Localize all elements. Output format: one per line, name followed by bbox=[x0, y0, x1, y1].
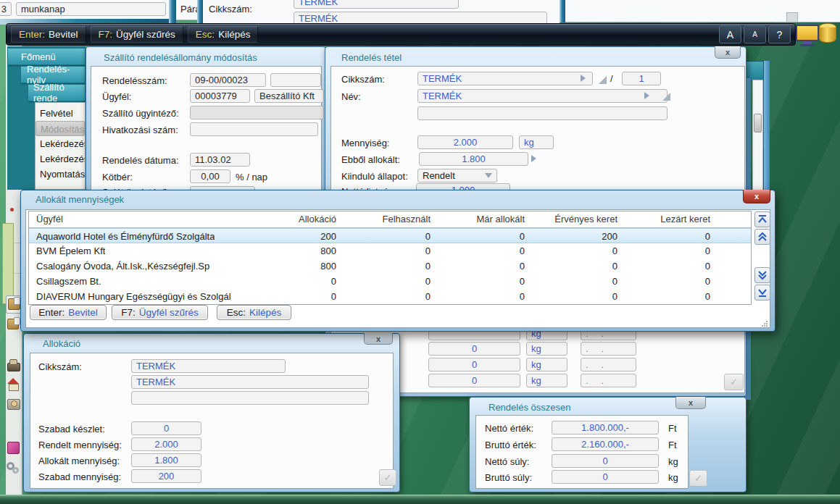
close-icon[interactable]: x bbox=[364, 333, 393, 345]
menu-item-modositas[interactable]: Módosítás bbox=[36, 121, 85, 136]
background-number-field[interactable]: 3 bbox=[0, 2, 12, 16]
gross-weight-field[interactable]: 0 bbox=[552, 470, 659, 484]
order-date-field[interactable]: 11.03.02 bbox=[190, 153, 250, 167]
order-number-extra-field[interactable] bbox=[270, 73, 321, 87]
scroll-top-button[interactable] bbox=[754, 211, 770, 227]
menu-item-felvetel[interactable]: Felvétel bbox=[36, 106, 85, 121]
munkanap-field[interactable]: munkanap bbox=[16, 2, 166, 16]
double-chevron-up-icon bbox=[757, 231, 768, 243]
scroll-bottom-button[interactable] bbox=[754, 285, 770, 301]
table-row[interactable]: Csalogány Óvoda, Ált.Isk.,Készségfejl.Sp… bbox=[29, 259, 751, 274]
cikkszam-name-field[interactable]: TERMÉK bbox=[294, 12, 547, 24]
item-code-field[interactable]: TERMÉK bbox=[417, 72, 593, 85]
sidebar-item-szallito-rende[interactable]: Szállító rende bbox=[28, 84, 86, 101]
hotkey-f7[interactable]: F7: Ügyfél szűrés bbox=[91, 26, 183, 43]
font-increase-button[interactable]: A bbox=[719, 25, 741, 43]
resize-grip[interactable] bbox=[762, 321, 769, 328]
table-row[interactable]: Aquaworld Hotel és Élményfürdő Szolgálta… bbox=[29, 228, 751, 243]
amount-field[interactable]: 0 bbox=[428, 358, 520, 371]
item-name2-field[interactable] bbox=[131, 391, 369, 405]
unit-field[interactable]: kg bbox=[526, 358, 567, 371]
client-cell: Csillagszem Bt. bbox=[36, 274, 101, 289]
database-icon[interactable] bbox=[819, 23, 836, 43]
date-field[interactable]: . . bbox=[581, 374, 636, 387]
close-icon[interactable]: x bbox=[675, 397, 706, 409]
window-edge bbox=[560, 0, 565, 22]
close-icon[interactable]: x bbox=[715, 46, 741, 59]
amount-field[interactable]: 0 bbox=[428, 342, 520, 356]
double-chevron-down-icon bbox=[757, 269, 768, 281]
allocated-field[interactable]: 1.800 bbox=[419, 152, 528, 166]
customer-name-field[interactable]: Beszállító Kft bbox=[254, 89, 324, 103]
allocation-window: Allokáció x Cikkszám: TERMÉK TERMÉK Szab… bbox=[23, 333, 400, 492]
confirm-check-button[interactable]: ✓ bbox=[724, 374, 744, 390]
resize-corner-icon[interactable] bbox=[662, 93, 670, 101]
customer-code-field[interactable]: 00003779 bbox=[190, 89, 250, 103]
date-field[interactable]: . . bbox=[581, 358, 636, 371]
item-index-field[interactable]: 1 bbox=[622, 72, 661, 85]
menu-item-lekerdezes-2[interactable]: Lekérdezés bbox=[36, 151, 85, 167]
enter-button[interactable]: Enter: Bevitel bbox=[30, 305, 107, 320]
table-row[interactable]: Csillagszem Bt. 0 0 0 0 0 bbox=[29, 274, 751, 289]
weight-unit: kg bbox=[668, 456, 678, 467]
monitor-icon[interactable] bbox=[796, 25, 819, 46]
cell: 0 bbox=[551, 274, 617, 289]
font-decrease-button[interactable]: A bbox=[744, 25, 766, 43]
penalty-field[interactable]: 0,00 bbox=[190, 169, 230, 183]
amount-field[interactable]: 0 bbox=[428, 374, 520, 387]
menu-item-lekerdezes-1[interactable]: Lekérdezés bbox=[36, 136, 85, 151]
package-icon[interactable] bbox=[7, 317, 20, 330]
free-stock-field[interactable]: 0 bbox=[131, 421, 201, 435]
hotkey-enter[interactable]: Enter: Bevitel bbox=[11, 26, 86, 43]
help-button[interactable]: ? bbox=[768, 25, 791, 43]
item-name-field[interactable]: TERMÉK bbox=[131, 375, 369, 389]
cell: 0 bbox=[458, 289, 525, 304]
page-down-button[interactable] bbox=[754, 267, 770, 283]
resize-corner-icon[interactable] bbox=[599, 76, 607, 84]
hotkey-esc[interactable]: Esc: Kilépés bbox=[188, 26, 259, 43]
date-field[interactable]: . . bbox=[581, 342, 636, 356]
quantity-field[interactable]: 2.000 bbox=[417, 135, 513, 149]
table-row[interactable]: DIAVERUM Hungary Egészségügyi és Szolgál… bbox=[29, 289, 751, 304]
quantity-unit-field[interactable]: kg bbox=[519, 135, 554, 149]
sidebar-item-label: Főmenü bbox=[8, 51, 56, 62]
register-icon[interactable] bbox=[7, 359, 20, 371]
home-icon[interactable] bbox=[7, 378, 20, 390]
unit-field[interactable]: kg bbox=[526, 342, 567, 356]
table-row[interactable]: BVM Épelem Kft 800 0 0 0 0 bbox=[29, 243, 751, 259]
gears-icon[interactable] bbox=[7, 462, 19, 474]
sidebar-item-fomenu[interactable]: Főmenü bbox=[7, 48, 86, 65]
cikkszam-field[interactable]: TERMÉK bbox=[294, 0, 459, 9]
expand-arrow-icon[interactable] bbox=[581, 75, 586, 82]
close-icon[interactable]: x bbox=[743, 190, 770, 203]
free-stock-label: Szabad készlet: bbox=[38, 424, 105, 434]
ordered-qty-field[interactable]: 2.000 bbox=[131, 437, 201, 451]
net-weight-field[interactable]: 0 bbox=[552, 454, 659, 468]
background-window-para: Pára bbox=[176, 0, 197, 20]
page-up-button[interactable] bbox=[754, 229, 770, 245]
scrollbar-thumb[interactable] bbox=[754, 114, 762, 133]
scrollbar[interactable] bbox=[752, 80, 763, 191]
background-window-left: 3 munkanap bbox=[0, 0, 169, 20]
cube-icon[interactable] bbox=[7, 442, 20, 454]
item-code-field[interactable]: TERMÉK bbox=[131, 359, 286, 373]
cell: 0 bbox=[644, 289, 710, 304]
item-name-field[interactable]: TERMÉK bbox=[417, 89, 668, 103]
expand-arrow-icon[interactable] bbox=[531, 155, 536, 162]
order-number-field[interactable]: 09-00/00023 bbox=[190, 73, 266, 87]
expand-arrow-icon[interactable] bbox=[644, 92, 649, 99]
confirm-check-button[interactable]: ✓ bbox=[689, 470, 707, 487]
sidebar-item-rendeles-nyilv[interactable]: Rendelés-nyilv bbox=[20, 66, 86, 83]
gross-value-field[interactable]: 2.160.000,- bbox=[552, 437, 659, 451]
esc-button[interactable]: Esc: Kilépés bbox=[217, 305, 291, 320]
net-value-field[interactable]: 1.800.000,- bbox=[552, 421, 659, 434]
allocated-qty-field[interactable]: 1.800 bbox=[131, 453, 201, 467]
user-box-icon[interactable] bbox=[7, 397, 20, 409]
confirm-check-button[interactable]: ✓ bbox=[379, 469, 396, 486]
f7-filter-button[interactable]: F7: Ügyfél szűrés bbox=[112, 305, 208, 320]
unit-field[interactable]: kg bbox=[526, 374, 567, 387]
menu-item-nyomtatas[interactable]: Nyomtatás bbox=[36, 167, 85, 182]
reference-field[interactable] bbox=[190, 122, 318, 136]
free-qty-field[interactable]: 200 bbox=[131, 469, 201, 483]
item-name2-field[interactable] bbox=[417, 106, 668, 120]
